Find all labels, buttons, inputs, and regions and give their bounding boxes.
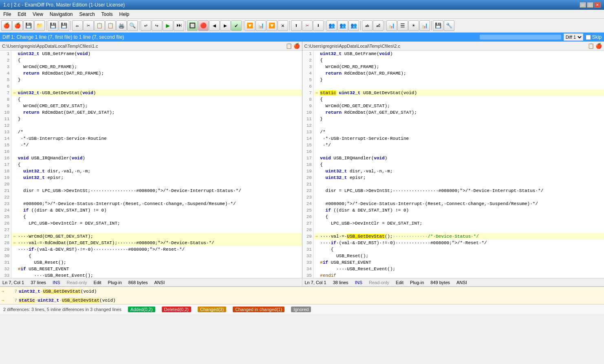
right-file-icons: 📋 🍎	[588, 43, 602, 49]
left-code-scroll[interactable]: 1uint32_t USB_GetFrame(void)2{3 WrCmd(CM…	[0, 51, 302, 278]
toolbar-filter-button[interactable]: 🔽	[245, 20, 255, 31]
badge-changed-in-changed[interactable]: Changed in changed(1)	[233, 307, 284, 312]
left-code-area[interactable]: 1uint32_t USB_GetFrame(void)2{3 WrCmd(CM…	[0, 51, 302, 278]
line-code-left: WrCmd(CMD_RD_FRAME);	[17, 64, 302, 70]
toolbar-mark-button[interactable]: 🔴	[198, 20, 209, 31]
toolbar-wrap-button[interactable]: ac̈	[373, 20, 384, 31]
toolbar-search-button[interactable]: 🔍	[127, 20, 138, 31]
line-num-right: 3	[302, 64, 314, 70]
toolbar-open-button[interactable]: 🍎	[12, 20, 23, 31]
preview-row2: ⇒ 7 static·uint32_t·USB_GetDevStat(void)	[0, 296, 604, 304]
line-marker-right	[313, 96, 319, 103]
line-num-left: 30	[0, 253, 11, 259]
toolbar-case-button[interactable]: ab	[362, 20, 373, 31]
line-code-right: {	[319, 96, 604, 103]
line-code-left	[17, 122, 302, 129]
right-code-scroll[interactable]: 1uint32_t USB_GetFrame(void)2{3 WrCmd(CM…	[302, 51, 604, 278]
toolbar-save-button[interactable]: 💾	[48, 20, 58, 31]
toolbar-save-as-button[interactable]: 💾	[59, 20, 69, 31]
line-num-right: 16	[302, 148, 314, 155]
toolbar-redo-button[interactable]: ↪️	[152, 20, 162, 31]
toolbar-sync-button[interactable]: 🔲	[187, 20, 198, 31]
line-num-right: 7	[302, 90, 314, 96]
line-marker-left	[11, 207, 17, 214]
toolbar-compare-button[interactable]: 📊	[419, 20, 430, 31]
close-button[interactable]: ✕	[594, 2, 601, 8]
line-num-left: 2	[0, 57, 11, 64]
toolbar-filter2-button[interactable]: 📊	[256, 20, 266, 31]
menu-help[interactable]: Help	[116, 10, 133, 18]
menu-file[interactable]: File	[0, 10, 14, 18]
badge-added[interactable]: Added(0,2)	[128, 307, 155, 312]
toolbar-copy-to-left-button[interactable]: ◀	[209, 20, 220, 31]
preview-code2: static·uint32_t·USB_GetDevStat(void)	[19, 298, 116, 303]
line-num-left: 31	[0, 259, 11, 266]
toolbar-save-left-button[interactable]: 💾	[23, 20, 34, 31]
diff-selector[interactable]: Diff 1	[564, 33, 583, 41]
toolbar-group3-button[interactable]: 👥	[348, 20, 359, 31]
line-num-left: 9	[0, 103, 11, 109]
toolbar-copy-left-button[interactable]: 📋	[94, 20, 105, 31]
skip-label: Skip	[592, 34, 602, 40]
line-marker-right	[313, 70, 319, 77]
left-file-icon1[interactable]: 📋	[286, 43, 292, 49]
toolbar-up-button[interactable]: ⬆	[291, 20, 302, 31]
line-marker-left	[11, 161, 17, 168]
line-marker-left	[11, 96, 17, 103]
toolbar-next-diff-button[interactable]: ▶	[163, 20, 173, 31]
toolbar-last-diff-button[interactable]: ⏭	[174, 20, 184, 31]
right-file-icon1[interactable]: 📋	[588, 43, 594, 49]
right-status-edit: Edit	[396, 280, 403, 285]
toolbar-undo-button[interactable]: ↩️	[141, 20, 151, 31]
line-code-right: static uint32_t USB_GetDevStat(void)	[319, 90, 604, 96]
toolbar-settings-button[interactable]: 🔧	[444, 20, 454, 31]
toolbar-group2-button[interactable]: 👥	[337, 20, 348, 31]
right-code-area[interactable]: 1uint32_t USB_GetFrame(void)2{3 WrCmd(CM…	[302, 51, 604, 278]
line-code-left: /*	[17, 129, 302, 135]
toolbar-open-folder-button[interactable]: 📁	[34, 20, 45, 31]
badge-deleted[interactable]: Deleted(0,2)	[162, 307, 192, 312]
skip-checkbox[interactable]	[586, 35, 591, 40]
line-marker-left	[11, 57, 17, 64]
menu-search[interactable]: Search	[76, 10, 98, 18]
toolbar-export-button[interactable]: 💾	[433, 20, 443, 31]
line-code-left: ····USB_Reset_Event();	[17, 272, 302, 278]
line-code-right: {	[319, 214, 604, 220]
toolbar-group1-button[interactable]: 👥	[326, 20, 337, 31]
badge-ignored[interactable]: Ignored	[291, 307, 311, 312]
badge-changed[interactable]: Changed(3)	[198, 307, 226, 312]
left-file-icons: 📋 🍎	[286, 43, 300, 49]
line-marker-right	[313, 51, 319, 57]
toolbar-cut-button[interactable]: ✂	[302, 20, 313, 31]
line-num-right: 25	[302, 207, 314, 214]
toolbar-filter4-button[interactable]: ✕	[278, 20, 288, 31]
toolbar-down-button[interactable]: ⬇	[313, 20, 324, 31]
line-marker-left	[11, 116, 17, 122]
toolbar-print-button[interactable]: 🖨️	[116, 20, 127, 31]
toolbar-list-button[interactable]: ☰	[397, 20, 408, 31]
toolbar-edit-right-button[interactable]: ✂️	[83, 20, 94, 31]
menu-view[interactable]: View	[29, 10, 46, 18]
line-marker-left	[11, 70, 17, 77]
right-file-icon2[interactable]: 🍎	[595, 43, 602, 49]
left-file-icon2[interactable]: 🍎	[293, 43, 300, 49]
line-num-right: 18	[302, 161, 314, 168]
toolbar-copy-right-button[interactable]: 📋	[105, 20, 116, 31]
toolbar-theme-button[interactable]: ☀️	[408, 20, 419, 31]
menu-edit[interactable]: Edit	[14, 10, 29, 18]
toolbar-apply-left-button[interactable]: ✔	[231, 20, 242, 31]
line-marker-left	[11, 148, 17, 155]
line-num-right: 30	[302, 240, 314, 246]
toolbar-filter3-button[interactable]: 🔽	[267, 20, 277, 31]
toolbar-new-button[interactable]: 🍎	[1, 20, 12, 31]
line-num-left: 10	[0, 109, 11, 116]
minimize-button[interactable]: ─	[580, 2, 586, 8]
line-code-left: {	[17, 253, 302, 259]
toolbar-copy-to-right-button[interactable]: ▶	[220, 20, 231, 31]
toolbar-edit-left-button[interactable]: ✏️	[72, 20, 83, 31]
line-marker-right	[313, 83, 319, 90]
menu-navigation[interactable]: Navigation	[46, 10, 76, 18]
maximize-button[interactable]: □	[587, 2, 593, 8]
menu-tools[interactable]: Tools	[98, 10, 116, 18]
toolbar-grid-button[interactable]: 📊	[386, 20, 397, 31]
